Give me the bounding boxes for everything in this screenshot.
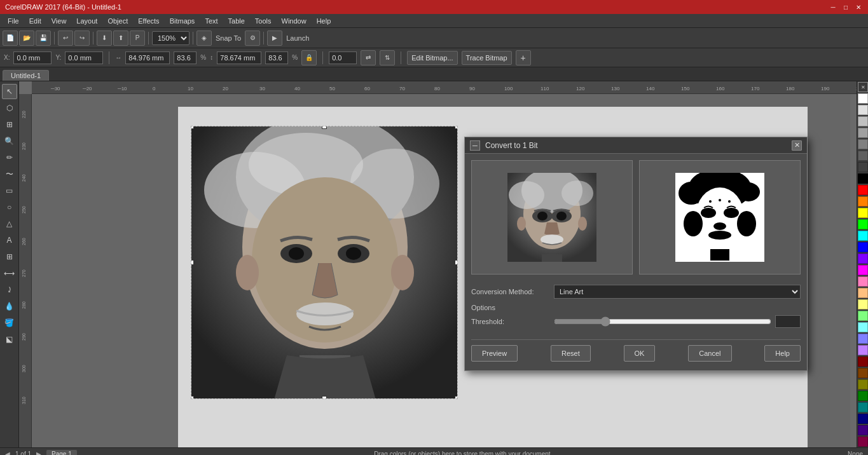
no-color-swatch[interactable]: ✕ [858,82,868,92]
color-magenta[interactable] [858,265,868,275]
color-gray3[interactable] [858,139,868,149]
shape-tool[interactable]: ⬡ [2,100,17,116]
crop-tool[interactable]: ⊞ [2,117,17,132]
handle-bc[interactable] [322,396,327,399]
help-button[interactable]: Help [764,345,801,362]
menu-table[interactable]: Table [223,14,250,27]
color-lt-violet[interactable] [858,345,868,355]
color-brown[interactable] [858,368,868,378]
color-dk-green[interactable] [858,391,868,401]
menu-text[interactable]: Text [200,14,223,27]
color-blue[interactable] [858,242,868,252]
color-olive[interactable] [858,379,868,390]
angle-input[interactable] [329,51,357,64]
handle-tl[interactable] [191,126,194,129]
color-green[interactable] [858,219,868,229]
menu-bitmaps[interactable]: Bitmaps [165,14,200,27]
menu-object[interactable]: Object [102,14,133,27]
redo-button[interactable]: ↪ [74,31,90,46]
undo-button[interactable]: ↩ [58,31,73,46]
flip-h-btn[interactable]: ⇄ [361,50,376,65]
y-input[interactable] [65,51,103,64]
dropper-tool[interactable]: 💧 [2,299,17,314]
close-button[interactable]: ✕ [854,3,863,11]
options-btn[interactable]: ⚙ [245,31,260,46]
reset-button[interactable]: Reset [551,345,591,362]
handle-br[interactable] [455,396,458,399]
color-yellow[interactable] [858,208,868,218]
menu-view[interactable]: View [46,14,72,27]
x-input[interactable] [13,51,52,64]
edit-bitmap-button[interactable]: Edit Bitmap... [407,51,457,65]
page-name-tab[interactable]: Page 1 [46,450,77,455]
zoom-tool[interactable]: 🔍 [2,133,17,149]
color-gray4[interactable] [858,151,868,161]
prev-page-btn[interactable]: ◀ [5,451,10,455]
rectangle-tool[interactable]: ▭ [2,183,17,198]
conversion-method-select[interactable]: Line Art Ordered Dither Jarvis Stucki Fl… [554,285,801,299]
polygon-tool[interactable]: △ [2,216,17,231]
handle-tc[interactable] [322,126,327,129]
import-button[interactable]: ⬇ [97,31,112,46]
dialog-close-button[interactable]: ✕ [792,140,802,151]
handle-tr[interactable] [455,126,458,129]
color-white[interactable] [858,93,868,104]
trace-bitmap-button[interactable]: Trace Bitmap [462,51,512,65]
threshold-slider[interactable] [554,316,771,327]
ok-button[interactable]: OK [624,345,656,362]
color-lt-cyan[interactable] [858,322,868,332]
freehand-tool[interactable]: ✏ [2,150,17,165]
publish-pdf-button[interactable]: P [130,31,145,46]
color-lt-blue[interactable] [858,334,868,344]
parallel-dim-tool[interactable]: ⟷ [2,266,17,281]
color-gray2[interactable] [858,128,868,138]
minimize-button[interactable]: ─ [829,3,837,11]
color-dk-magenta[interactable] [858,437,868,447]
snap-btn[interactable]: ◈ [196,31,212,46]
ellipse-tool[interactable]: ○ [2,200,17,215]
zoom-combo[interactable]: 150% 100% 75% [152,31,189,45]
next-page-btn[interactable]: ▶ [36,451,41,455]
launch-btn[interactable]: ▶ [267,31,282,46]
menu-effects[interactable]: Effects [133,14,164,27]
color-dk-violet[interactable] [858,425,868,435]
handle-ml[interactable] [191,260,194,265]
export-button[interactable]: ⬆ [113,31,128,46]
connector-tool[interactable]: ⤸ [2,282,17,297]
smart-fill-tool[interactable]: ⬕ [2,332,17,347]
new-button[interactable]: 📄 [3,31,18,46]
document-tab[interactable]: Untitled-1 [3,70,49,81]
menu-file[interactable]: File [3,14,24,27]
lock-ratio-btn[interactable]: 🔒 [301,50,317,65]
color-lt-green[interactable] [858,311,868,321]
text-tool[interactable]: A [2,233,17,248]
menu-layout[interactable]: Layout [71,14,102,27]
threshold-value-input[interactable]: 57 [775,315,801,328]
color-red[interactable] [858,185,868,195]
height-input[interactable] [217,51,261,64]
select-tool[interactable]: ↖ [2,84,17,99]
color-lt-orange[interactable] [858,288,868,298]
color-gray5[interactable] [858,162,868,172]
color-lightgray[interactable] [858,105,868,115]
handle-mr[interactable] [455,260,458,265]
width-pct-input[interactable] [174,51,196,64]
color-dk-blue[interactable] [858,414,868,424]
table-tool[interactable]: ⊞ [2,249,17,264]
dialog-minimize-button[interactable]: ─ [470,140,480,151]
cancel-button[interactable]: Cancel [688,345,731,362]
open-button[interactable]: 📂 [19,31,34,46]
color-lt-yellow[interactable] [858,299,868,309]
color-orange[interactable] [858,196,868,207]
height-pct-input[interactable] [265,51,288,64]
color-violet[interactable] [858,254,868,264]
menu-edit[interactable]: Edit [24,14,46,27]
save-button[interactable]: 💾 [36,31,51,46]
maximize-button[interactable]: □ [841,3,850,11]
preview-button[interactable]: Preview [471,345,518,362]
menu-tools[interactable]: Tools [250,14,277,27]
width-input[interactable] [125,51,170,64]
smartdraw-tool[interactable]: 〜 [2,166,17,182]
color-black[interactable] [858,173,868,184]
menu-window[interactable]: Window [277,14,312,27]
